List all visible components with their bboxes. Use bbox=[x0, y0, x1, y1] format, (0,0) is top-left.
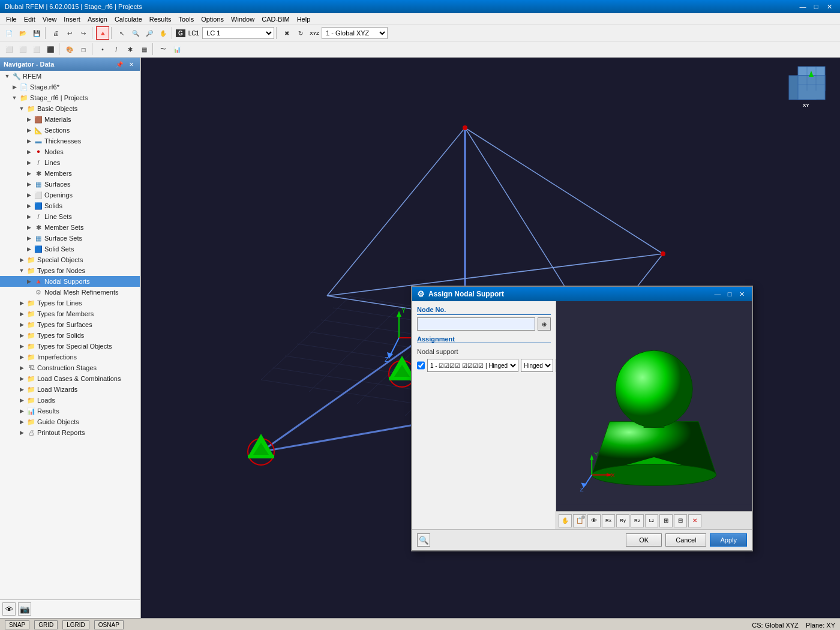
tree-item-basic-objects[interactable]: ▼ 📁 Basic Objects bbox=[0, 103, 140, 114]
tb-xyz[interactable]: XYZ bbox=[308, 26, 321, 40]
nodal-support-select[interactable]: 1 - ☑☑☑☑ ☑☑☑☑ | Hinged bbox=[427, 359, 518, 372]
expand-nodal-supports[interactable]: ▶ bbox=[24, 277, 34, 286]
tree-item-types-for-special-objects[interactable]: ▶ 📁 Types for Special Objects bbox=[0, 341, 140, 352]
nav-eye-button[interactable]: 👁 bbox=[2, 602, 16, 616]
expand-nodes[interactable]: ▶ bbox=[24, 147, 34, 157]
nav-camera-button[interactable]: 📷 bbox=[18, 602, 31, 616]
tb-pan[interactable]: ✋ bbox=[157, 26, 170, 40]
tb-save[interactable]: 💾 bbox=[30, 26, 43, 40]
viewport[interactable]: Y X Z bbox=[141, 58, 840, 618]
dlg-tb-pan[interactable]: ✋ bbox=[559, 514, 572, 527]
expand-types-for-nodes[interactable]: ▼ bbox=[17, 266, 26, 275]
expand-surfaces[interactable]: ▶ bbox=[24, 179, 34, 189]
tree-item-load-cases-combinations[interactable]: ▶ 📁 Load Cases & Combinations bbox=[0, 373, 140, 384]
view-cube[interactable]: XY bbox=[786, 64, 834, 112]
node-no-input[interactable] bbox=[417, 317, 535, 331]
tree-item-line-sets[interactable]: ▶ / Line Sets bbox=[0, 211, 140, 222]
tree-item-imperfections[interactable]: ▶ 📁 Imperfections bbox=[0, 352, 140, 362]
expand-solids[interactable]: ▶ bbox=[24, 201, 34, 211]
tb-coord-system[interactable]: 1 - Global XYZ bbox=[322, 27, 388, 39]
dlg-tb-grid[interactable]: ⊟ bbox=[674, 514, 687, 527]
minimize-button[interactable]: — bbox=[797, 2, 809, 11]
dlg-tb-rotate-z[interactable]: Rz bbox=[631, 514, 644, 527]
tree-item-surfaces[interactable]: ▶ ▦ Surfaces bbox=[0, 179, 140, 190]
menu-view[interactable]: View bbox=[39, 14, 61, 24]
tb-select[interactable]: ↖ bbox=[115, 26, 128, 40]
expand-results[interactable]: ▶ bbox=[17, 406, 26, 416]
expand-materials[interactable]: ▶ bbox=[24, 115, 34, 124]
tb-delete[interactable]: ✖ bbox=[280, 26, 293, 40]
tb-print[interactable]: 🖨 bbox=[49, 26, 62, 40]
expand-load-cases-combinations[interactable]: ▶ bbox=[17, 374, 26, 383]
tree-item-nodal-mesh-refinements[interactable]: ▶ ⚙ Nodal Mesh Refinements bbox=[0, 287, 140, 298]
expand-construction-stages[interactable]: ▶ bbox=[17, 363, 26, 373]
expand-line-sets[interactable]: ▶ bbox=[24, 212, 34, 221]
tree-item-openings[interactable]: ▶ ⬜ Openings bbox=[0, 190, 140, 200]
tree-item-types-for-nodes[interactable]: ▼ 📁 Types for Nodes bbox=[0, 265, 140, 276]
expand-thicknesses[interactable]: ▶ bbox=[24, 136, 34, 146]
tb-load-case-select[interactable]: LC 1 bbox=[202, 27, 274, 39]
expand-guide-objects[interactable]: ▶ bbox=[17, 417, 26, 427]
tb2-view-top[interactable]: ⬜ bbox=[30, 43, 43, 56]
dlg-tb-eye[interactable]: 👁 bbox=[587, 514, 601, 527]
expand-member-sets[interactable]: ▶ bbox=[24, 223, 34, 232]
tb2-line[interactable]: / bbox=[110, 43, 123, 56]
tree-item-stage-rf6-projects[interactable]: ▼ 📁 Stage_rf6 | Projects bbox=[0, 92, 140, 103]
tree-item-materials[interactable]: ▶ 🟫 Materials bbox=[0, 114, 140, 125]
dialog-minimize-button[interactable]: — bbox=[712, 289, 723, 299]
expand-solid-sets[interactable]: ▶ bbox=[24, 244, 34, 254]
status-osnap[interactable]: OSNAP bbox=[94, 620, 124, 629]
tb-zoom-out[interactable]: 🔎 bbox=[143, 26, 156, 40]
dlg-tb-copy2[interactable]: 📋 bbox=[573, 514, 586, 527]
tb-undo[interactable]: ↩ bbox=[63, 26, 76, 40]
dialog-cancel-button[interactable]: Cancel bbox=[665, 533, 706, 547]
menu-help[interactable]: Help bbox=[293, 14, 314, 24]
tree-item-nodal-supports[interactable]: ▶ 🔺 Nodal Supports bbox=[0, 276, 140, 287]
tb2-surface[interactable]: ▦ bbox=[137, 43, 151, 56]
tree-item-lines[interactable]: ▶ / Lines bbox=[0, 157, 140, 168]
dlg-tb-layers[interactable]: ⊞ bbox=[659, 514, 673, 527]
tree-item-solid-sets[interactable]: ▶ 🟦 Solid Sets bbox=[0, 244, 140, 254]
dlg-tb-rotate-x[interactable]: Rx bbox=[602, 514, 615, 527]
nodal-support-checkbox[interactable] bbox=[417, 361, 425, 370]
tb2-results-table[interactable]: 📊 bbox=[170, 43, 184, 56]
tree-item-thicknesses[interactable]: ▶ ▬ Thicknesses bbox=[0, 136, 140, 146]
expand-sections[interactable]: ▶ bbox=[24, 125, 34, 135]
expand-special-objects[interactable]: ▶ bbox=[17, 255, 26, 265]
tree-item-members[interactable]: ▶ ✱ Members bbox=[0, 168, 140, 179]
expand-types-for-special-objects[interactable]: ▶ bbox=[17, 341, 26, 351]
status-snap[interactable]: SNAP bbox=[5, 620, 29, 629]
tree-item-types-for-solids[interactable]: ▶ 📁 Types for Solids bbox=[0, 330, 140, 341]
assign-nodal-support-dialog[interactable]: ⚙ Assign Nodal Support — □ ✕ Node No. bbox=[411, 286, 753, 551]
tree-item-construction-stages[interactable]: ▶ 🏗 Construction Stages bbox=[0, 362, 140, 373]
tb-nodal-support[interactable]: 🔺 bbox=[96, 26, 109, 40]
dlg-tb-rotate-y[interactable]: Ry bbox=[616, 514, 629, 527]
expand-stage-rf6-star[interactable]: ▶ bbox=[10, 82, 19, 92]
menu-cad-bim[interactable]: CAD-BIM bbox=[258, 14, 293, 24]
maximize-button[interactable]: □ bbox=[810, 2, 822, 11]
menu-edit[interactable]: Edit bbox=[20, 14, 39, 24]
expand-types-for-lines[interactable]: ▶ bbox=[17, 298, 26, 308]
close-button[interactable]: ✕ bbox=[823, 2, 835, 11]
tb2-node[interactable]: • bbox=[96, 43, 109, 56]
expand-lines[interactable]: ▶ bbox=[24, 158, 34, 167]
tree-item-loads[interactable]: ▶ 📁 Loads bbox=[0, 395, 140, 406]
tb-rotate[interactable]: ↻ bbox=[294, 26, 307, 40]
navigator-pin-button[interactable]: 📌 bbox=[115, 59, 124, 69]
menu-options[interactable]: Options bbox=[197, 14, 227, 24]
dlg-tb-reset[interactable]: ✕ bbox=[688, 514, 701, 527]
expand-types-for-surfaces[interactable]: ▶ bbox=[17, 320, 26, 329]
dlg-tb-lz[interactable]: Lz bbox=[645, 514, 658, 527]
tb2-deformation[interactable]: 〜 bbox=[157, 43, 170, 56]
menu-window[interactable]: Window bbox=[227, 14, 258, 24]
tb-open[interactable]: 📂 bbox=[16, 26, 29, 40]
expand-openings[interactable]: ▶ bbox=[24, 190, 34, 200]
dialog-maximize-button[interactable]: □ bbox=[724, 289, 735, 299]
tree-item-sections[interactable]: ▶ 📐 Sections bbox=[0, 125, 140, 136]
tb2-member[interactable]: ✱ bbox=[124, 43, 137, 56]
menu-file[interactable]: File bbox=[2, 14, 20, 24]
tb2-view-front[interactable]: ⬜ bbox=[2, 43, 16, 56]
expand-surface-sets[interactable]: ▶ bbox=[24, 233, 34, 243]
tb-redo[interactable]: ↪ bbox=[77, 26, 90, 40]
dialog-close-button[interactable]: ✕ bbox=[736, 289, 747, 299]
